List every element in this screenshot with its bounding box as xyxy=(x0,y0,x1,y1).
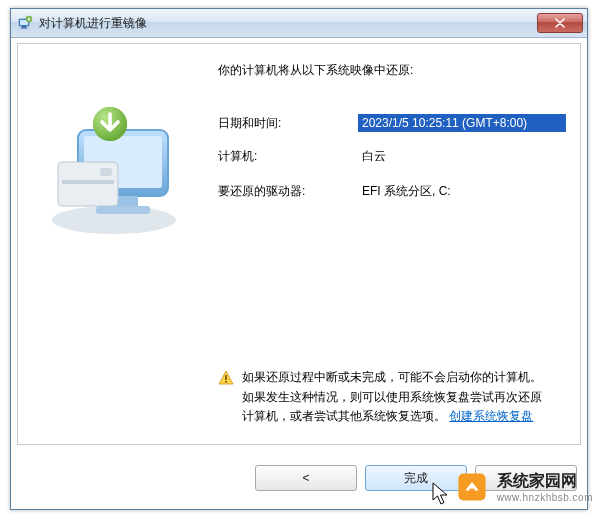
field-drives: 要还原的驱动器: EFI 系统分区, C: xyxy=(218,181,566,202)
drives-label: 要还原的驱动器: xyxy=(218,183,358,200)
svg-rect-9 xyxy=(96,206,150,214)
svg-rect-2 xyxy=(22,26,26,28)
warning-icon xyxy=(218,370,236,426)
content-panel: 你的计算机将从以下系统映像中还原: xyxy=(17,43,581,445)
close-icon xyxy=(555,18,565,28)
summary-fields: 日期和时间: 2023/1/5 10:25:11 (GMT+8:00) 计算机:… xyxy=(218,114,566,216)
drives-value: EFI 系统分区, C: xyxy=(358,181,566,202)
finish-button[interactable]: 完成 xyxy=(365,465,467,491)
svg-rect-16 xyxy=(225,381,227,383)
window-title: 对计算机进行重镜像 xyxy=(39,15,537,32)
close-button[interactable] xyxy=(537,13,583,33)
intro-text: 你的计算机将从以下系统映像中还原: xyxy=(218,62,413,79)
field-datetime: 日期和时间: 2023/1/5 10:25:11 (GMT+8:00) xyxy=(218,114,566,132)
button-row: < 完成 xyxy=(17,455,581,501)
svg-rect-3 xyxy=(21,28,28,29)
warning-line2b: 计算机，或者尝试其他系统恢复选项。 xyxy=(242,409,446,423)
app-icon xyxy=(17,15,33,31)
create-recovery-disk-link[interactable]: 创建系统恢复盘 xyxy=(449,409,533,423)
svg-rect-12 xyxy=(100,168,112,176)
warning-block: 如果还原过程中断或未完成，可能不会启动你的计算机。 如果发生这种情况，则可以使用… xyxy=(218,368,566,426)
reimage-dialog: 对计算机进行重镜像 你的计算机将从以下系统映像中还原: xyxy=(10,8,588,510)
titlebar[interactable]: 对计算机进行重镜像 xyxy=(11,9,587,38)
cancel-button[interactable] xyxy=(475,465,577,491)
warning-line1: 如果还原过程中断或未完成，可能不会启动你的计算机。 xyxy=(242,370,542,384)
back-button[interactable]: < xyxy=(255,465,357,491)
computer-value: 白云 xyxy=(358,146,566,167)
svg-rect-15 xyxy=(225,375,227,380)
warning-line2a: 如果发生这种情况，则可以使用系统恢复盘尝试再次还原 xyxy=(242,390,542,404)
field-computer: 计算机: 白云 xyxy=(218,146,566,167)
computer-label: 计算机: xyxy=(218,148,358,165)
restore-illustration xyxy=(34,100,194,240)
datetime-value[interactable]: 2023/1/5 10:25:11 (GMT+8:00) xyxy=(358,114,566,132)
svg-rect-11 xyxy=(62,180,114,184)
warning-text: 如果还原过程中断或未完成，可能不会启动你的计算机。 如果发生这种情况，则可以使用… xyxy=(242,368,542,426)
datetime-label: 日期和时间: xyxy=(218,115,358,132)
